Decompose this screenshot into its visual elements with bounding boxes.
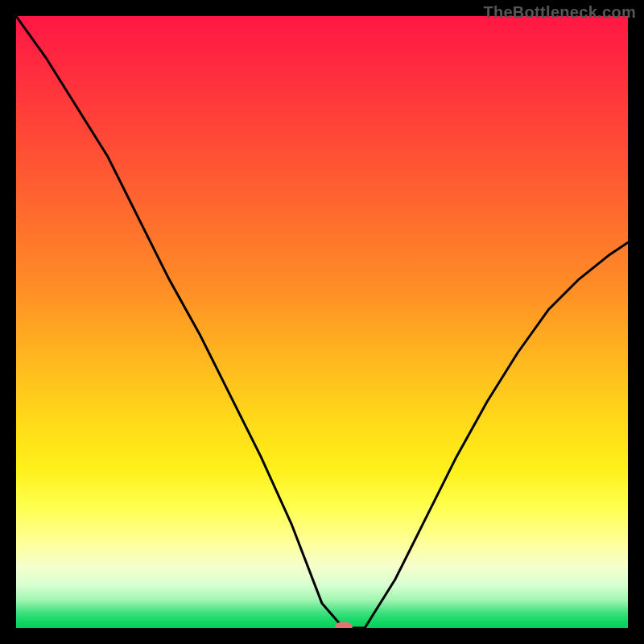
plot-area: [16, 16, 628, 628]
chart-frame: TheBottleneck.com: [0, 0, 644, 644]
selected-marker: [335, 622, 353, 628]
watermark-text: TheBottleneck.com: [483, 3, 636, 22]
bottleneck-curve: [16, 16, 628, 628]
curve-svg: [16, 16, 628, 628]
